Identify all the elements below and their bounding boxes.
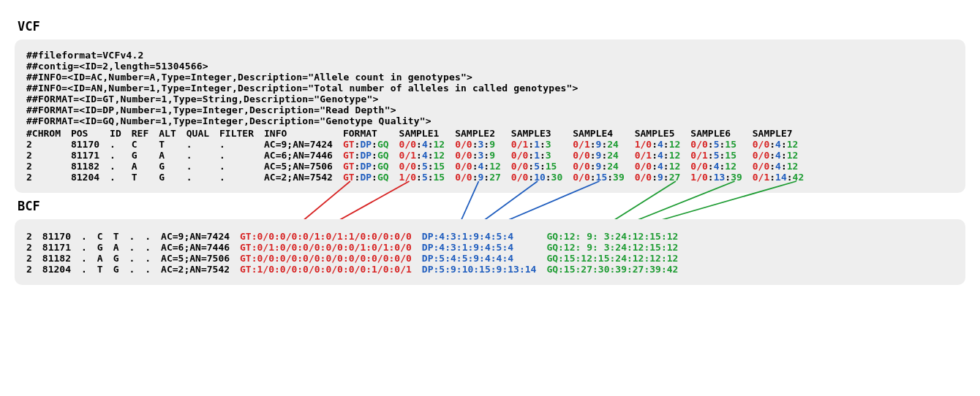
vcf-column-header: #CHROM <box>26 128 71 139</box>
vcf-cell: AC=9;AN=7424 <box>264 139 343 150</box>
vcf-cell: A <box>132 161 159 172</box>
bcf-gq-cell: GQ:12: 9: 3:24:12:15:12 <box>546 231 688 242</box>
bcf-cell: . <box>129 264 145 275</box>
bcf-gq-cell: GQ:15:12:15:24:12:12:12 <box>546 253 688 264</box>
vcf-sample-cell: 1/0:5:15 <box>399 172 456 183</box>
bcf-gt-cell: GT:0/0:0/0:0/1:0/1:1/0:0/0:0/0 <box>240 231 422 242</box>
vcf-cell: . <box>110 172 132 183</box>
vcf-sample-cell: 0/0:4:12 <box>455 161 511 172</box>
vcf-sample-cell: 0/0:4:12 <box>635 161 691 172</box>
bcf-panel: 281170.CT..AC=9;AN=7424GT:0/0:0/0:0/1:0/… <box>15 219 965 285</box>
bcf-cell: T <box>113 231 129 242</box>
vcf-sample-cell: 0/0:9:27 <box>635 172 691 183</box>
bcf-cell: 81171 <box>42 242 81 253</box>
vcf-row: 281204.TG..AC=2;AN=7542GT:DP:GQ1/0:5:150… <box>26 172 814 183</box>
vcf-panel: ##fileformat=VCFv4.2##contig=<ID=2,lengt… <box>15 39 965 193</box>
bcf-row: 281171.GA..AC=6;AN=7446GT:0/1:0/0:0/0:0/… <box>26 242 688 253</box>
vcf-cell: A <box>159 150 186 161</box>
vcf-column-header: SAMPLE7 <box>753 128 814 139</box>
vcf-cell: AC=6;AN=7446 <box>264 150 343 161</box>
bcf-cell: 81182 <box>42 253 81 264</box>
bcf-cell: AC=6;AN=7446 <box>161 242 240 253</box>
bcf-cell: . <box>145 264 161 275</box>
vcf-cell: 81170 <box>71 139 110 150</box>
bcf-row: 281204.TG..AC=2;AN=7542GT:1/0:0/0:0/0:0/… <box>26 264 688 275</box>
vcf-sample-cell: 0/1:4:12 <box>399 150 456 161</box>
vcf-column-header: FORMAT <box>343 128 399 139</box>
vcf-cell: . <box>186 139 219 150</box>
vcf-cell: G <box>159 161 186 172</box>
vcf-header-block: ##fileformat=VCFv4.2##contig=<ID=2,lengt… <box>26 50 954 126</box>
vcf-bcf-diagram: VCF ##fileformat=VCFv4.2##contig=<ID=2,l… <box>15 19 965 285</box>
bcf-cell: 81204 <box>42 264 81 275</box>
vcf-sample-cell: 0/0:4:12 <box>753 161 814 172</box>
vcf-cell: T <box>132 172 159 183</box>
vcf-cell: . <box>186 161 219 172</box>
bcf-cell: . <box>145 231 161 242</box>
bcf-cell: . <box>145 253 161 264</box>
vcf-sample-cell: 0/1:1:3 <box>511 139 573 150</box>
bcf-cell: G <box>113 264 129 275</box>
bcf-gt-cell: GT:0/0:0/0:0/0:0/0:0/0:0/0:0/0 <box>240 253 422 264</box>
vcf-column-header: SAMPLE5 <box>635 128 691 139</box>
bcf-cell: . <box>129 253 145 264</box>
vcf-header-line: ##FORMAT=<ID=GQ,Number=1,Type=Integer,De… <box>26 115 954 126</box>
vcf-column-header-row: #CHROMPOSIDREFALTQUALFILTERINFOFORMATSAM… <box>26 128 814 139</box>
vcf-cell: . <box>219 139 264 150</box>
vcf-format-cell: GT:DP:GQ <box>343 150 399 161</box>
vcf-header-line: ##contig=<ID=2,length=51304566> <box>26 61 954 72</box>
vcf-sample-cell: 0/1:4:12 <box>635 150 691 161</box>
vcf-column-header: QUAL <box>186 128 219 139</box>
vcf-sample-cell: 0/0:3:9 <box>455 139 511 150</box>
vcf-cell: . <box>219 161 264 172</box>
vcf-format-cell: GT:DP:GQ <box>343 139 399 150</box>
vcf-cell: G <box>132 150 159 161</box>
bcf-gt-cell: GT:0/1:0/0:0/0:0/0:0/1:0/1:0/0 <box>240 242 422 253</box>
bcf-row: 281170.CT..AC=9;AN=7424GT:0/0:0/0:0/1:0/… <box>26 231 688 242</box>
vcf-cell: 2 <box>26 150 71 161</box>
vcf-cell: . <box>219 150 264 161</box>
bcf-cell: AC=5;AN=7506 <box>161 253 240 264</box>
vcf-sample-cell: 0/0:4:12 <box>753 150 814 161</box>
vcf-cell: . <box>110 161 132 172</box>
bcf-gq-cell: GQ:15:27:30:39:27:39:42 <box>546 264 688 275</box>
vcf-sample-cell: 0/1:14:42 <box>753 172 814 183</box>
bcf-table: 281170.CT..AC=9;AN=7424GT:0/0:0/0:0/1:0/… <box>26 231 688 275</box>
bcf-cell: AC=9;AN=7424 <box>161 231 240 242</box>
vcf-sample-cell: 0/0:15:39 <box>573 172 634 183</box>
vcf-sample-cell: 0/0:5:15 <box>511 161 573 172</box>
vcf-cell: . <box>186 172 219 183</box>
vcf-header-line: ##FORMAT=<ID=GT,Number=1,Type=String,Des… <box>26 94 954 104</box>
vcf-cell: 2 <box>26 139 71 150</box>
vcf-cell: . <box>110 139 132 150</box>
bcf-dp-cell: DP:5:4:5:9:4:4:4 <box>422 253 547 264</box>
vcf-sample-cell: 0/0:9:24 <box>573 150 634 161</box>
vcf-column-header: INFO <box>264 128 343 139</box>
vcf-column-header: ID <box>110 128 132 139</box>
vcf-sample-cell: 0/1:5:15 <box>690 150 752 161</box>
vcf-sample-cell: 0/0:10:30 <box>511 172 573 183</box>
bcf-row: 281182.AG..AC=5;AN=7506GT:0/0:0/0:0/0:0/… <box>26 253 688 264</box>
vcf-row: 281170.CT..AC=9;AN=7424GT:DP:GQ0/0:4:120… <box>26 139 814 150</box>
bcf-cell: . <box>129 242 145 253</box>
vcf-table: #CHROMPOSIDREFALTQUALFILTERINFOFORMATSAM… <box>26 128 814 183</box>
vcf-sample-cell: 0/0:4:12 <box>690 161 752 172</box>
bcf-cell: T <box>97 264 113 275</box>
vcf-column-header: POS <box>71 128 110 139</box>
vcf-column-header: SAMPLE1 <box>399 128 456 139</box>
bcf-cell: . <box>81 264 97 275</box>
vcf-column-header: ALT <box>159 128 186 139</box>
vcf-row: 281182.AG..AC=5;AN=7506GT:DP:GQ0/0:5:150… <box>26 161 814 172</box>
vcf-sample-cell: 0/0:5:15 <box>690 139 752 150</box>
vcf-sample-cell: 0/0:9:24 <box>573 161 634 172</box>
vcf-sample-cell: 0/0:5:15 <box>399 161 456 172</box>
bcf-cell: . <box>81 231 97 242</box>
vcf-column-header: REF <box>132 128 159 139</box>
vcf-cell: . <box>219 172 264 183</box>
vcf-column-header: SAMPLE6 <box>690 128 752 139</box>
bcf-cell: AC=2;AN=7542 <box>161 264 240 275</box>
vcf-sample-cell: 0/0:4:12 <box>399 139 456 150</box>
vcf-cell: AC=2;AN=7542 <box>264 172 343 183</box>
vcf-title: VCF <box>18 19 965 34</box>
vcf-sample-cell: 0/0:9:27 <box>455 172 511 183</box>
